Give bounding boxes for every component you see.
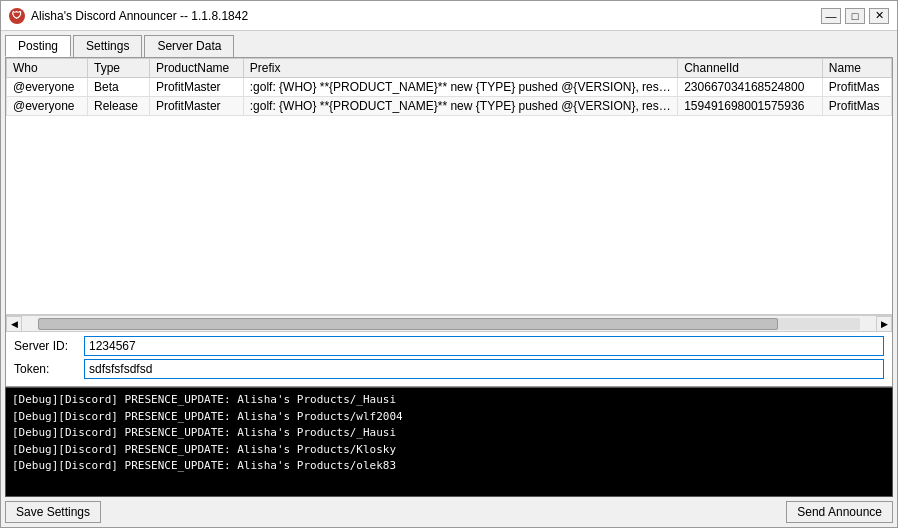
server-id-row: Server ID: [14,336,884,356]
server-id-label: Server ID: [14,339,84,353]
main-content: Who Type ProductName Prefix ChannelId Na… [5,57,893,387]
log-line: [Debug][Discord] PRESENCE_UPDATE: Alisha… [12,458,886,475]
scroll-left-button[interactable]: ◀ [6,316,22,332]
log-line: [Debug][Discord] PRESENCE_UPDATE: Alisha… [12,392,886,409]
announcements-table: Who Type ProductName Prefix ChannelId Na… [6,58,892,116]
col-prefix: Prefix [243,59,677,78]
announcements-table-container[interactable]: Who Type ProductName Prefix ChannelId Na… [6,58,892,315]
main-window: 🛡 Alisha's Discord Announcer -- 1.1.8.18… [0,0,898,528]
col-name: Name [822,59,891,78]
tab-bar: Posting Settings Server Data [1,31,897,57]
bottom-bar: Save Settings Send Announce [1,497,897,527]
tab-server-data[interactable]: Server Data [144,35,234,57]
log-line: [Debug][Discord] PRESENCE_UPDATE: Alisha… [12,409,886,426]
form-area: Server ID: Token: [6,331,892,386]
scrollbar-track[interactable] [38,318,860,330]
col-productname: ProductName [149,59,243,78]
token-input[interactable] [84,359,884,379]
log-line: [Debug][Discord] PRESENCE_UPDATE: Alisha… [12,442,886,459]
token-label: Token: [14,362,84,376]
window-controls: — □ ✕ [821,8,889,24]
title-bar-left: 🛡 Alisha's Discord Announcer -- 1.1.8.18… [9,8,248,24]
scrollbar-thumb[interactable] [38,318,778,330]
minimize-button[interactable]: — [821,8,841,24]
col-channelid: ChannelId [678,59,823,78]
table-row[interactable]: @everyoneReleaseProfitMaster:golf: {WHO}… [7,97,892,116]
tab-settings[interactable]: Settings [73,35,142,57]
log-output: [Debug][Discord] PRESENCE_UPDATE: Alisha… [5,387,893,497]
horizontal-scrollbar[interactable]: ◀ ▶ [6,315,892,331]
close-button[interactable]: ✕ [869,8,889,24]
save-settings-button[interactable]: Save Settings [5,501,101,523]
col-who: Who [7,59,88,78]
tab-posting[interactable]: Posting [5,35,71,57]
send-announce-button[interactable]: Send Announce [786,501,893,523]
col-type: Type [87,59,149,78]
server-id-input[interactable] [84,336,884,356]
app-icon: 🛡 [9,8,25,24]
window-title: Alisha's Discord Announcer -- 1.1.8.1842 [31,9,248,23]
token-row: Token: [14,359,884,379]
maximize-button[interactable]: □ [845,8,865,24]
table-row[interactable]: @everyoneBetaProfitMaster:golf: {WHO} **… [7,78,892,97]
log-line: [Debug][Discord] PRESENCE_UPDATE: Alisha… [12,425,886,442]
title-bar: 🛡 Alisha's Discord Announcer -- 1.1.8.18… [1,1,897,31]
scroll-right-button[interactable]: ▶ [876,316,892,332]
